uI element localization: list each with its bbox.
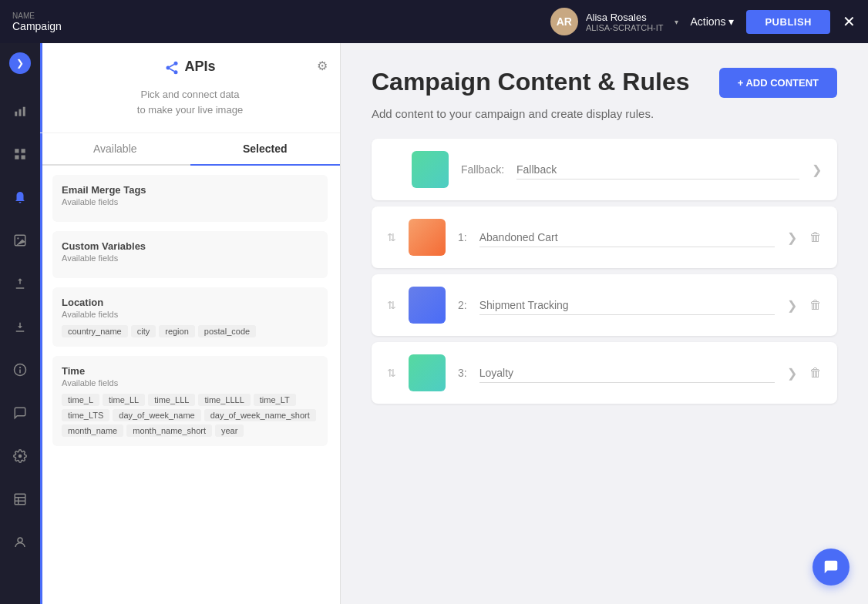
campaign-name-section: Name Campaign xyxy=(12,12,62,32)
svg-line-21 xyxy=(170,69,175,71)
svg-rect-13 xyxy=(15,494,25,505)
sidebar-item-messages[interactable] xyxy=(8,401,32,425)
content-header: Campaign Content & Rules + ADD CONTENT xyxy=(372,68,837,98)
panel-content: Email Merge Tags Available fields Custom… xyxy=(40,166,340,604)
tag[interactable]: day_of_week_name xyxy=(113,409,200,421)
sidebar-item-user[interactable] xyxy=(8,530,32,555)
card-label: 2: xyxy=(458,299,467,311)
drag-handle-icon[interactable]: ⇅ xyxy=(387,231,396,243)
sidebar-item-grid[interactable] xyxy=(8,142,32,166)
sidebar-item-campaigns[interactable] xyxy=(8,185,32,210)
actions-label: Actions xyxy=(691,15,726,28)
top-bar: Name Campaign AR Alisa Rosales ALISA-SCR… xyxy=(0,0,868,43)
left-panel: APIs Pick and connect data to make your … xyxy=(40,43,341,604)
card-delete-icon[interactable]: 🗑 xyxy=(809,230,822,244)
sidebar-item-download[interactable] xyxy=(8,314,32,339)
card-label: Fallback: xyxy=(461,163,504,176)
tag[interactable]: day_of_week_name_short xyxy=(204,409,316,421)
sidebar-item-upload[interactable] xyxy=(8,271,32,296)
content-card-loyalty: ⇅ 3: ❯ 🗑 xyxy=(372,342,837,404)
tab-selected[interactable]: Selected xyxy=(190,133,341,166)
tab-available[interactable]: Available xyxy=(40,133,190,166)
actions-button[interactable]: Actions ▾ xyxy=(691,15,735,28)
card-name-input[interactable] xyxy=(479,296,775,315)
card-expand-icon[interactable]: ❯ xyxy=(787,366,797,381)
tag[interactable]: city xyxy=(131,325,156,337)
card-label: 1: xyxy=(458,231,467,243)
chat-bubble-button[interactable] xyxy=(812,549,849,586)
card-delete-icon[interactable]: 🗑 xyxy=(809,366,822,380)
page-title: Campaign Content & Rules xyxy=(372,68,689,96)
tag[interactable]: time_LT xyxy=(254,394,296,406)
svg-point-19 xyxy=(167,66,170,70)
drag-handle-icon[interactable]: ⇅ xyxy=(387,299,396,311)
tag[interactable]: postal_code xyxy=(198,325,256,337)
svg-point-8 xyxy=(17,237,19,239)
card-delete-icon[interactable]: 🗑 xyxy=(809,298,822,312)
top-bar-right: AR Alisa Rosales ALISA-SCRATCH-IT ▾ Acti… xyxy=(550,8,856,35)
card-thumbnail xyxy=(412,151,449,188)
card-expand-icon[interactable]: ❯ xyxy=(812,163,822,177)
content-card-abandoned-cart: ⇅ 1: ❯ 🗑 xyxy=(372,206,837,268)
tag[interactable]: country_name xyxy=(62,325,128,337)
card-expand-icon[interactable]: ❯ xyxy=(787,230,797,245)
svg-rect-3 xyxy=(15,149,19,153)
svg-point-17 xyxy=(18,538,22,542)
tag[interactable]: year xyxy=(215,424,244,437)
card-thumbnail xyxy=(409,354,446,391)
avatar: AR xyxy=(550,8,578,35)
right-content: Campaign Content & Rules + ADD CONTENT A… xyxy=(341,43,868,604)
content-card-shipment-tracking: ⇅ 2: ❯ 🗑 xyxy=(372,274,837,336)
tag[interactable]: time_LLL xyxy=(148,394,195,406)
campaign-name: Campaign xyxy=(12,20,62,32)
expand-button[interactable]: ❯ xyxy=(9,52,31,74)
tag[interactable]: region xyxy=(159,325,195,337)
sidebar-item-analytics[interactable] xyxy=(8,99,32,123)
tag[interactable]: time_L xyxy=(62,394,99,406)
card-label: 3: xyxy=(458,367,467,379)
tab-bar: Available Selected xyxy=(40,133,340,166)
tag[interactable]: time_LTS xyxy=(62,409,109,421)
tag-row: country_namecityregionpostal_code xyxy=(62,325,318,337)
icon-rail: ❯ xyxy=(0,43,40,604)
svg-rect-5 xyxy=(15,156,19,159)
sidebar-item-info[interactable] xyxy=(8,357,32,382)
tag[interactable]: month_name_short xyxy=(126,424,212,437)
sidebar-item-images[interactable] xyxy=(8,228,32,253)
card-name-input[interactable] xyxy=(479,228,775,247)
content-subtitle: Add content to your campaign and create … xyxy=(372,107,837,120)
card-thumbnail xyxy=(409,219,446,256)
user-text: Alisa Rosales ALISA-SCRATCH-IT xyxy=(586,12,664,32)
close-button[interactable]: ✕ xyxy=(843,12,856,31)
section-title: Location xyxy=(62,297,318,308)
panel-title: APIs xyxy=(184,59,215,75)
svg-point-18 xyxy=(174,62,178,65)
tag[interactable]: time_LLLL xyxy=(198,394,250,406)
svg-rect-6 xyxy=(22,156,25,159)
svg-point-12 xyxy=(19,455,22,458)
sidebar-item-integrations[interactable] xyxy=(8,444,32,468)
apis-top: APIs xyxy=(164,59,215,81)
drag-handle-icon[interactable]: ⇅ xyxy=(387,367,396,379)
section-subtitle: Available fields xyxy=(62,310,318,319)
settings-button[interactable]: ⚙ xyxy=(317,59,328,73)
publish-button[interactable]: PUBLISH xyxy=(746,10,830,34)
svg-line-22 xyxy=(170,64,175,66)
section-subtitle: Available fields xyxy=(62,378,318,388)
content-card-fallback: Fallback: ❯ xyxy=(372,139,837,200)
card-name-input[interactable] xyxy=(479,364,775,383)
add-content-button[interactable]: + ADD CONTENT xyxy=(719,68,837,98)
section-title: Custom Variables xyxy=(62,240,318,252)
card-name-input[interactable] xyxy=(516,160,799,180)
section-subtitle: Available fields xyxy=(62,197,318,206)
card-expand-icon[interactable]: ❯ xyxy=(787,298,797,313)
section-title: Time xyxy=(62,365,318,377)
tag[interactable]: month_name xyxy=(62,424,123,437)
data-section: Email Merge Tags Available fields xyxy=(52,175,328,222)
data-section: Time Available fields time_Ltime_LLtime_… xyxy=(52,356,328,446)
tag[interactable]: time_LL xyxy=(103,394,145,406)
sidebar-item-table[interactable] xyxy=(8,487,32,512)
svg-point-20 xyxy=(174,70,178,74)
svg-rect-2 xyxy=(23,107,25,116)
apis-share-icon xyxy=(164,60,180,79)
